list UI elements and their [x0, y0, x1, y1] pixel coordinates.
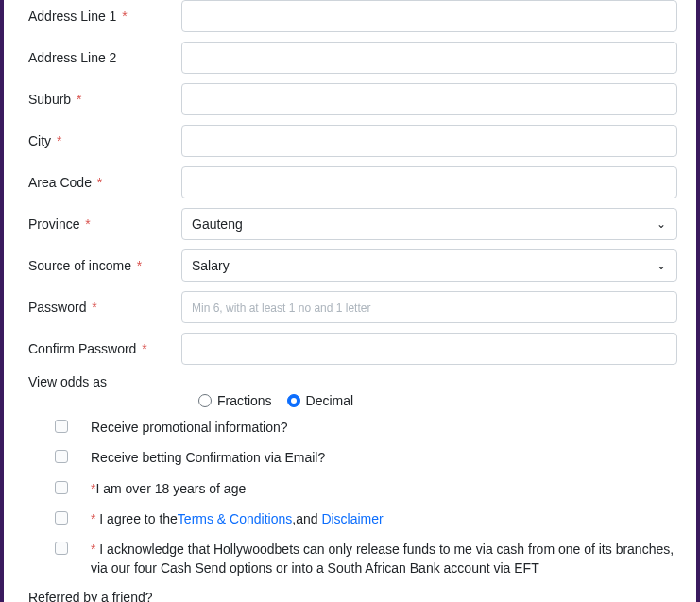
label-confirm-password: Confirm Password * [11, 341, 181, 356]
label-password: Password * [11, 300, 181, 315]
checkbox-acknowledge-funds-label: * I acknowledge that Hollywoodbets can o… [91, 540, 689, 578]
label-address-line-2: Address Line 2 [11, 50, 181, 65]
checkbox-betting-email[interactable] [55, 450, 68, 463]
address-line-2-input[interactable] [181, 42, 677, 74]
area-code-input[interactable] [181, 166, 677, 198]
radio-fractions-label: Fractions [217, 393, 272, 408]
label-address-line-1: Address Line 1 * [11, 9, 181, 24]
checkbox-agree-terms[interactable] [55, 511, 68, 525]
label-suburb: Suburb * [11, 92, 181, 107]
checkbox-over-18[interactable] [55, 481, 68, 494]
disclaimer-link[interactable]: Disclaimer [321, 511, 383, 526]
checkbox-acknowledge-funds[interactable] [55, 542, 68, 555]
checkbox-betting-email-label: Receive betting Confirmation via Email? [91, 448, 689, 467]
checkbox-promotional[interactable] [55, 420, 68, 433]
address-line-1-input[interactable] [181, 0, 677, 32]
radio-decimal-label: Decimal [306, 393, 354, 408]
label-view-odds-as: View odds as [28, 374, 107, 389]
radio-icon [287, 394, 300, 407]
terms-conditions-link[interactable]: Terms & Conditions [178, 511, 292, 526]
radio-icon [198, 394, 212, 407]
label-province: Province * [11, 216, 181, 232]
suburb-input[interactable] [181, 83, 677, 115]
radio-fractions[interactable]: Fractions [198, 393, 272, 408]
checkbox-over-18-label: *I am over 18 years of age [91, 479, 689, 498]
city-input[interactable] [181, 125, 677, 157]
radio-decimal[interactable]: Decimal [287, 393, 354, 408]
label-referred-by-friend: Referred by a friend? [28, 590, 153, 602]
province-select[interactable]: Gauteng [181, 208, 677, 240]
confirm-password-input[interactable] [181, 333, 677, 365]
password-input[interactable] [181, 291, 677, 323]
checkbox-agree-terms-label: * I agree to theTerms & Conditions,and D… [91, 509, 689, 528]
label-city: City * [11, 133, 181, 148]
label-area-code: Area Code * [11, 175, 181, 190]
label-source-of-income: Source of income * [11, 258, 181, 273]
source-of-income-select[interactable]: Salary [181, 249, 677, 282]
checkbox-promotional-label: Receive promotional information? [91, 418, 689, 437]
